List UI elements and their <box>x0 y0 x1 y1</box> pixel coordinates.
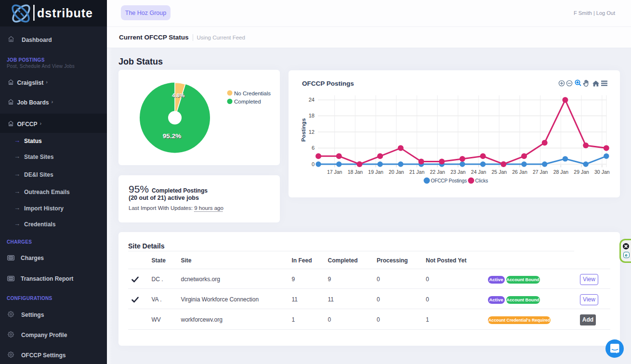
svg-text:4.8%: 4.8% <box>172 92 184 98</box>
svg-text:20 Jan: 20 Jan <box>389 169 404 175</box>
svg-text:24: 24 <box>309 97 315 103</box>
svg-text:OFCCP Postings: OFCCP Postings <box>431 178 467 183</box>
svg-text:Completed: Completed <box>234 99 261 104</box>
svg-text:dstribute: dstribute <box>37 6 93 20</box>
svg-text:19 Jan: 19 Jan <box>368 169 383 175</box>
svg-text:28 Jan: 28 Jan <box>553 169 569 175</box>
svg-text:Clicks: Clicks <box>475 178 488 183</box>
svg-text:30 Jan: 30 Jan <box>594 169 610 175</box>
svg-text:OFCCP Postings: OFCCP Postings <box>302 80 354 87</box>
svg-text:0: 0 <box>312 161 315 167</box>
svg-text:25 Jan: 25 Jan <box>492 169 507 175</box>
svg-text:23 Jan: 23 Jan <box>450 169 466 175</box>
svg-text:27 Jan: 27 Jan <box>533 169 548 175</box>
svg-text:17 Jan: 17 Jan <box>327 169 342 175</box>
svg-text:12: 12 <box>309 129 315 135</box>
svg-text:6: 6 <box>312 145 315 151</box>
svg-text:26 Jan: 26 Jan <box>512 169 527 175</box>
svg-text:No Credentials: No Credentials <box>234 91 271 96</box>
svg-text:Postings: Postings <box>301 118 306 142</box>
svg-text:21 Jan: 21 Jan <box>409 169 425 175</box>
svg-text:95.2%: 95.2% <box>163 132 181 140</box>
svg-text:18 Jan: 18 Jan <box>348 169 363 175</box>
svg-text:29 Jan: 29 Jan <box>574 169 589 175</box>
svg-text:18: 18 <box>309 113 315 118</box>
svg-text:22 Jan: 22 Jan <box>430 169 445 175</box>
svg-text:24 Jan: 24 Jan <box>471 169 486 175</box>
